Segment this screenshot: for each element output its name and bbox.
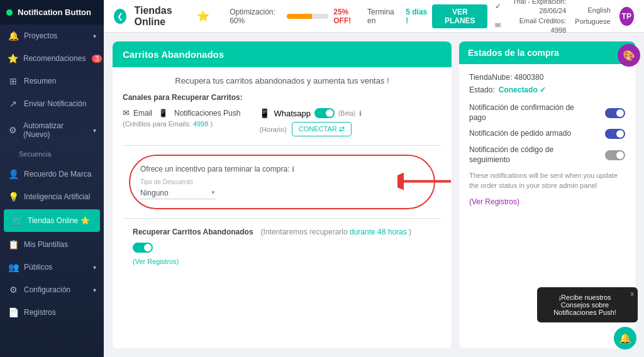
sidebar-item-enviar-notificacion[interactable]: ↗ Enviar Notificación bbox=[0, 92, 104, 115]
recover-carritos-row: Recuperar Carritos Abandonados (Intentar… bbox=[123, 228, 441, 236]
arrow-indicator bbox=[397, 168, 452, 195]
email-label: Email bbox=[133, 109, 152, 118]
channels-label: Canales para Recuperar Carritos: bbox=[123, 93, 441, 102]
email-push-group: ✉ Email 📱 Notificaciones Push (Créditos … bbox=[123, 108, 240, 128]
incentive-label: Ofrece un incentivo para terminar la com… bbox=[140, 165, 421, 173]
sidebar-item-label: Inteligencia Artificial bbox=[24, 192, 90, 201]
credits-suffix: ) bbox=[210, 120, 213, 128]
carritos-abandonados-card: Carritos Abandonados Recupera tus carrit… bbox=[113, 41, 452, 348]
grid-icon: ⊞ bbox=[8, 76, 19, 86]
language-selector: English Portuguese bbox=[575, 5, 610, 27]
sidebar-item-recomendaciones[interactable]: ⭐ Recomendaciones 3 ▾ bbox=[0, 47, 104, 70]
lang-english-link[interactable]: English bbox=[575, 5, 610, 16]
user-icon: 👤 bbox=[8, 169, 19, 179]
star-icon: ⭐ bbox=[197, 10, 209, 22]
ver-registros-right-link[interactable]: (Ver Registros) bbox=[469, 197, 519, 206]
horario-link[interactable]: (Horario) bbox=[259, 126, 286, 133]
ver-planes-button[interactable]: VER PLANES bbox=[432, 4, 487, 28]
sidebar-item-mis-plantillas[interactable]: 📋 Mis Plantillas bbox=[0, 233, 104, 256]
credits-value[interactable]: 4998 bbox=[193, 120, 208, 128]
credits-prefix: (Créditos para Emails: bbox=[123, 120, 193, 128]
recover-text: Recupera tus carritos abandonados y aume… bbox=[123, 76, 441, 85]
topbar-right: ✓ Trial - Expiración: 28/06/24 ✉ Email C… bbox=[495, 0, 634, 35]
sidebar-item-inteligencia-artificial[interactable]: 💡 Inteligencia Artificial bbox=[0, 185, 104, 208]
tienda-id: TiendaNube: 4800380 bbox=[469, 73, 625, 82]
check-icon: ✓ bbox=[495, 1, 501, 12]
promo-desc: Termina en bbox=[367, 8, 398, 25]
notif-toggle-2[interactable] bbox=[605, 150, 625, 160]
estados-card-header: Estados de la compra bbox=[459, 41, 635, 64]
palette-button[interactable]: 🎨 bbox=[618, 44, 640, 67]
info-icon[interactable]: ℹ bbox=[359, 109, 362, 118]
estado-value: Conectado ✓ bbox=[499, 85, 546, 94]
lang-portuguese-link[interactable]: Portuguese bbox=[575, 16, 610, 28]
sidebar-item-label: Proyectos bbox=[24, 31, 57, 40]
separator: 📱 bbox=[158, 109, 168, 118]
estado-label: Estado: bbox=[469, 85, 495, 94]
toast-notification: x ¡Recibe nuestros Consejos sobre Notifi… bbox=[537, 287, 638, 322]
ver-registros-link[interactable]: (Ver Registros) bbox=[123, 258, 441, 265]
recover-section-label: Recuperar Carritos Abandonados bbox=[133, 228, 253, 236]
sidebar-item-resumen[interactable]: ⊞ Resumen bbox=[0, 70, 104, 92]
notif-toggle-0[interactable] bbox=[605, 108, 625, 118]
chevron-down-icon: ▾ bbox=[93, 127, 96, 134]
notif-row-1: Notificación de pedido armado bbox=[469, 129, 625, 139]
chevron-down-icon: ▾ bbox=[93, 264, 96, 271]
credits-text: (Créditos para Emails: 4998 ) bbox=[123, 120, 240, 128]
sidebar-item-registros[interactable]: 📄 Registros bbox=[0, 301, 104, 324]
ai-icon: 💡 bbox=[8, 192, 19, 202]
durante-link[interactable]: durante 48 horas bbox=[350, 228, 407, 236]
recomendaciones-badge: 3 bbox=[92, 55, 102, 63]
email-channel-icon: ✉ bbox=[123, 108, 130, 118]
proyectos-icon: 🔔 bbox=[8, 31, 19, 41]
notif-row-0: Notificación de confirmación de pago bbox=[469, 103, 625, 123]
sidebar-item-label: Resumen bbox=[24, 77, 56, 85]
whatsapp-toggle[interactable] bbox=[314, 108, 335, 118]
sidebar-item-recuerdo-de-marca[interactable]: 👤 Recuerdo De Marca bbox=[0, 163, 104, 185]
incentive-wrapper: Ofrece un incentivo para terminar la com… bbox=[123, 155, 441, 209]
topbar: ❮ Tiendas Online ⭐ Optimización: 60% 25%… bbox=[104, 0, 644, 33]
card-header-text: Carritos Abandonados bbox=[123, 49, 224, 60]
sidebar-item-label: Registros bbox=[24, 308, 56, 317]
sidebar-item-label: Automatizar (Nuevo) bbox=[23, 121, 88, 139]
sidebar-item-publicos[interactable]: 👥 Públicos ▾ bbox=[0, 256, 104, 278]
whatsapp-icon: 📱 bbox=[259, 108, 270, 118]
sidebar-item-tiendas-online[interactable]: 🛒 Tiendas Online ⭐ bbox=[4, 209, 100, 232]
collapse-sidebar-button[interactable]: ❮ bbox=[114, 9, 126, 24]
settings-icon: ⚙ bbox=[8, 285, 19, 295]
estados-header-text: Estados de la compra bbox=[468, 48, 559, 58]
recover-toggle[interactable] bbox=[133, 243, 153, 253]
estado-row: Estado: Conectado ✓ bbox=[469, 85, 625, 94]
sidebar-item-configuracion[interactable]: ⚙ Configuración ▾ bbox=[0, 278, 104, 301]
group-icon: 👥 bbox=[8, 262, 19, 272]
star-icon: ⭐ bbox=[8, 53, 18, 63]
sidebar-item-automatizar[interactable]: ⚙ Automatizar (Nuevo) ▾ bbox=[0, 115, 104, 145]
toast-close-button[interactable]: x bbox=[631, 290, 635, 297]
page-title-text: Tiendas Online bbox=[134, 5, 193, 28]
promo-bar: Optimización: 60% 25% OFF! Termina en 5 … bbox=[230, 4, 487, 28]
incentive-info-icon[interactable]: ℹ bbox=[292, 165, 294, 173]
sidebar-logo-text: Notification Button bbox=[18, 8, 91, 17]
bell-button[interactable]: 🔔 bbox=[614, 327, 636, 349]
promo-text: 25% OFF! bbox=[333, 8, 362, 25]
avatar[interactable]: TP bbox=[619, 7, 634, 26]
conectar-button[interactable]: CONECTAR ⇄ bbox=[292, 122, 352, 136]
beta-badge: (Beta) bbox=[338, 110, 355, 117]
channels-row: ✉ Email 📱 Notificaciones Push (Créditos … bbox=[123, 108, 441, 136]
sidebar-item-label: Secuencia bbox=[19, 150, 51, 158]
incentive-label-text: Ofrece un incentivo para terminar la com… bbox=[140, 165, 289, 173]
notif-toggle-1[interactable] bbox=[605, 129, 625, 139]
tipo-descuento-select[interactable]: Ninguno bbox=[140, 187, 216, 199]
sidebar-item-secuencia[interactable]: Secuencia bbox=[0, 145, 104, 163]
sidebar-item-label: Mis Plantillas bbox=[24, 240, 68, 249]
incentive-section: Ofrece un incentivo para terminar la com… bbox=[129, 155, 435, 209]
toast-text: ¡Recibe nuestros Consejos sobre Notifica… bbox=[553, 294, 616, 316]
optimization-bar bbox=[287, 14, 328, 19]
sidebar-item-proyectos[interactable]: 🔔 Proyectos ▾ bbox=[0, 25, 104, 47]
send-icon: ↗ bbox=[8, 99, 19, 109]
list-icon: 📄 bbox=[8, 307, 19, 317]
notif-desc: These notifications will be sent when yo… bbox=[469, 171, 625, 190]
email-icon: ✉ bbox=[495, 21, 501, 30]
sidebar-item-label: Enviar Notificación bbox=[24, 99, 86, 108]
card-body: Recupera tus carritos abandonados y aume… bbox=[113, 67, 452, 282]
